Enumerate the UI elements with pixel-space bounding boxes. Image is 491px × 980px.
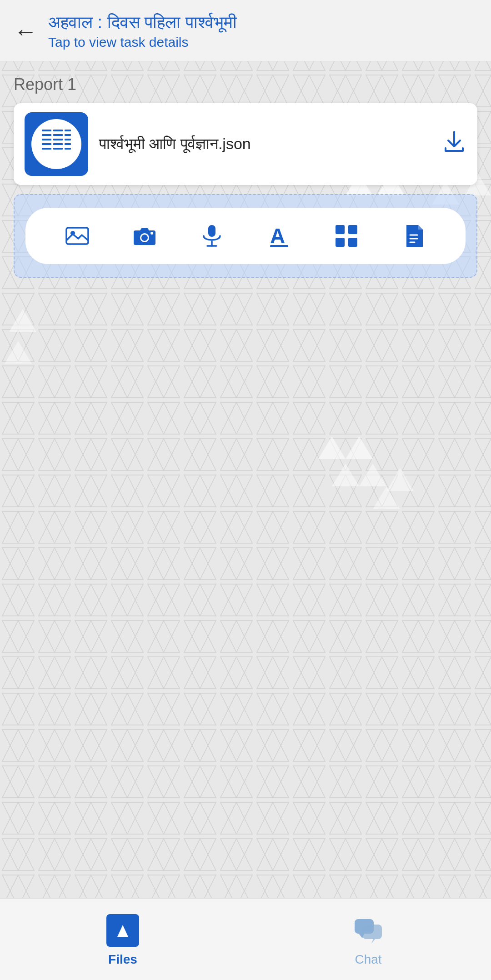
chat-nav-icon — [352, 914, 385, 947]
svg-rect-25 — [42, 143, 51, 145]
files-nav-icon — [106, 914, 139, 947]
svg-rect-28 — [42, 148, 51, 150]
header-subtitle[interactable]: Tap to view task details — [48, 35, 237, 50]
spreadsheet-icon — [38, 126, 75, 162]
header-title[interactable]: अहवाल : दिवस पहिला पार्श्वभूमी — [48, 13, 237, 33]
svg-text:A: A — [270, 224, 285, 248]
attach-file-button[interactable] — [396, 218, 432, 254]
svg-rect-52 — [362, 925, 382, 939]
chat-nav-label: Chat — [355, 952, 381, 967]
svg-rect-45 — [348, 238, 357, 247]
svg-rect-31 — [66, 228, 88, 244]
svg-rect-19 — [42, 134, 51, 136]
svg-rect-18 — [65, 130, 71, 131]
file-icon-container — [25, 112, 88, 176]
header: ← अहवाल : दिवस पहिला पार्श्वभूमी Tap to … — [0, 0, 491, 61]
svg-rect-41 — [270, 245, 288, 247]
svg-rect-16 — [42, 130, 51, 131]
svg-rect-20 — [53, 134, 63, 136]
mic-button[interactable] — [194, 218, 230, 254]
bottom-nav: Files Chat — [0, 898, 491, 980]
text-format-button[interactable]: A — [261, 218, 297, 254]
svg-rect-23 — [53, 139, 63, 140]
files-icon-container — [105, 912, 141, 949]
chat-icon-container — [350, 912, 386, 949]
svg-rect-30 — [65, 148, 71, 150]
svg-rect-37 — [208, 225, 215, 237]
file-name: पार्श्वभूमी आणि पूर्वज्ञान.json — [99, 135, 442, 153]
svg-point-35 — [141, 235, 148, 241]
download-button[interactable] — [442, 129, 466, 159]
svg-marker-53 — [371, 939, 375, 944]
svg-marker-49 — [117, 925, 128, 937]
svg-rect-24 — [65, 139, 71, 140]
svg-rect-26 — [53, 143, 63, 145]
header-text-group: अहवाल : दिवस पहिला पार्श्वभूमी Tap to vi… — [48, 13, 237, 50]
nav-chat[interactable]: Chat — [246, 899, 491, 980]
camera-button[interactable] — [126, 218, 163, 254]
svg-rect-43 — [348, 225, 357, 234]
svg-rect-44 — [336, 238, 345, 247]
files-nav-label: Files — [108, 952, 137, 967]
svg-rect-22 — [42, 139, 51, 140]
svg-rect-21 — [65, 134, 71, 136]
file-icon-inner — [31, 119, 81, 169]
nav-files[interactable]: Files — [0, 899, 246, 980]
main-content: Report 1 — [0, 61, 491, 278]
svg-rect-17 — [53, 130, 63, 131]
svg-rect-27 — [65, 143, 71, 145]
report-label: Report 1 — [14, 75, 477, 94]
svg-point-36 — [150, 232, 153, 235]
back-button[interactable]: ← — [14, 20, 37, 43]
toolbar-panel: A — [14, 194, 477, 278]
svg-rect-42 — [336, 225, 345, 234]
file-card[interactable]: पार्श्वभूमी आणि पूर्वज्ञान.json — [14, 103, 477, 185]
toolbar-inner: A — [25, 208, 466, 264]
apps-grid-button[interactable] — [328, 218, 365, 254]
svg-rect-29 — [53, 148, 63, 150]
gallery-button[interactable] — [59, 218, 95, 254]
